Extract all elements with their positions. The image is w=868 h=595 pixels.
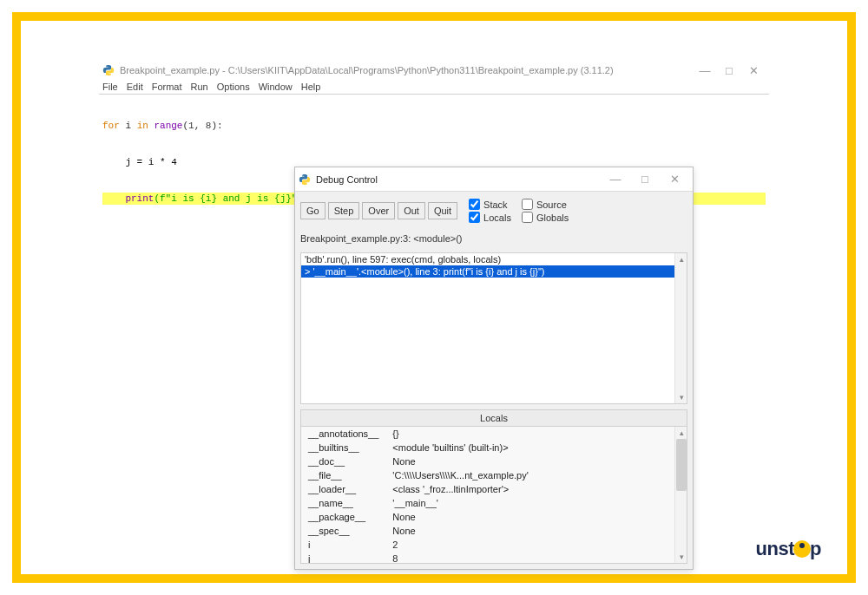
menu-file[interactable]: File: [102, 82, 118, 92]
locals-key: j: [301, 552, 385, 564]
locals-key: __doc__: [301, 454, 385, 468]
debug-minimize-button[interactable]: —: [601, 173, 630, 186]
debug-title: Debug Control: [316, 174, 601, 185]
locals-value: None: [385, 524, 674, 538]
locals-row[interactable]: __package__None: [301, 510, 674, 524]
locals-scrollbar[interactable]: ▴ ▾: [674, 427, 687, 563]
locals-row[interactable]: __file__'C:\\\\Users\\\\K...nt_example.p…: [301, 468, 674, 482]
unstop-logo: unstp: [756, 538, 821, 560]
locals-key: __name__: [301, 496, 385, 510]
editor-menubar: File Edit Format Run Options Window Help: [99, 80, 769, 95]
stack-row-selected[interactable]: > '__main__'.<module>(), line 3: print(f…: [301, 265, 687, 278]
close-button[interactable]: ✕: [741, 64, 766, 77]
locals-checkbox[interactable]: Locals: [469, 212, 511, 223]
maximize-button[interactable]: □: [717, 64, 741, 77]
quit-button[interactable]: Quit: [428, 202, 457, 219]
locals-value: '__main__': [385, 496, 674, 510]
go-button[interactable]: Go: [300, 202, 326, 219]
scroll-up-icon[interactable]: ▴: [675, 427, 687, 439]
scroll-thumb[interactable]: [676, 439, 687, 491]
stack-row[interactable]: 'bdb'.run(), line 597: exec(cmd, globals…: [301, 253, 687, 265]
stack-scrollbar[interactable]: ▴ ▾: [674, 253, 687, 403]
menu-options[interactable]: Options: [217, 82, 250, 92]
locals-value: <module 'builtins' (built-in)>: [385, 441, 674, 454]
locals-row[interactable]: j8: [301, 552, 674, 564]
debug-titlebar: Debug Control — □ ✕: [295, 167, 693, 192]
debug-close-button[interactable]: ✕: [660, 173, 689, 186]
locals-row[interactable]: __annotations__{}: [301, 427, 674, 441]
over-button[interactable]: Over: [362, 202, 395, 219]
editor-titlebar: Breakpoint_example.py - C:\Users\KIIT\Ap…: [99, 61, 769, 80]
locals-row[interactable]: __spec__None: [301, 524, 674, 538]
debug-status: Breakpoint_example.py:3: <module>(): [295, 228, 693, 247]
locals-key: __package__: [301, 510, 385, 524]
locals-row[interactable]: __doc__None: [301, 454, 674, 468]
locals-header: Locals: [300, 409, 687, 426]
debug-maximize-button[interactable]: □: [630, 173, 660, 186]
locals-panel: __annotations__{}__builtins__<module 'bu…: [300, 426, 687, 564]
step-button[interactable]: Step: [328, 202, 360, 219]
source-checkbox[interactable]: Source: [522, 199, 569, 210]
menu-help[interactable]: Help: [301, 82, 321, 92]
menu-run[interactable]: Run: [191, 82, 208, 92]
stack-panel: 'bdb'.run(), line 597: exec(cmd, globals…: [300, 252, 687, 404]
stack-checkbox[interactable]: Stack: [469, 199, 511, 210]
locals-value: <class '_froz...ltinImporter'>: [385, 482, 674, 496]
menu-format[interactable]: Format: [152, 82, 182, 92]
locals-row[interactable]: __builtins__<module 'builtins' (built-in…: [301, 441, 674, 454]
locals-key: __builtins__: [301, 441, 385, 454]
locals-value: 8: [385, 552, 674, 564]
locals-value: None: [385, 454, 674, 468]
locals-value: 2: [385, 538, 674, 552]
out-button[interactable]: Out: [398, 202, 425, 219]
locals-row[interactable]: __loader__<class '_froz...ltinImporter'>: [301, 482, 674, 496]
globals-checkbox[interactable]: Globals: [522, 212, 569, 223]
locals-value: None: [385, 510, 674, 524]
python-icon: [102, 64, 115, 76]
scroll-down-icon[interactable]: ▾: [675, 391, 687, 403]
menu-edit[interactable]: Edit: [127, 82, 143, 92]
editor-title: Breakpoint_example.py - C:\Users\KIIT\Ap…: [120, 65, 693, 75]
debug-window: Debug Control — □ ✕ Go Step Over Out Qui…: [294, 167, 694, 570]
debug-toolbar: Go Step Over Out Quit Stack Source Local…: [295, 192, 693, 228]
minimize-button[interactable]: —: [693, 64, 717, 77]
locals-key: __loader__: [301, 482, 385, 496]
locals-key: __spec__: [301, 524, 385, 538]
locals-row[interactable]: __name__'__main__': [301, 496, 674, 510]
locals-key: __annotations__: [301, 427, 385, 441]
locals-key: __file__: [301, 468, 385, 482]
menu-window[interactable]: Window: [259, 82, 293, 92]
scroll-down-icon[interactable]: ▾: [675, 551, 687, 563]
locals-key: i: [301, 538, 385, 552]
python-icon: [299, 173, 311, 186]
scroll-up-icon[interactable]: ▴: [675, 253, 687, 265]
locals-value: 'C:\\\\Users\\\\K...nt_example.py': [385, 468, 674, 482]
locals-row[interactable]: i2: [301, 538, 674, 552]
locals-value: {}: [385, 427, 674, 441]
